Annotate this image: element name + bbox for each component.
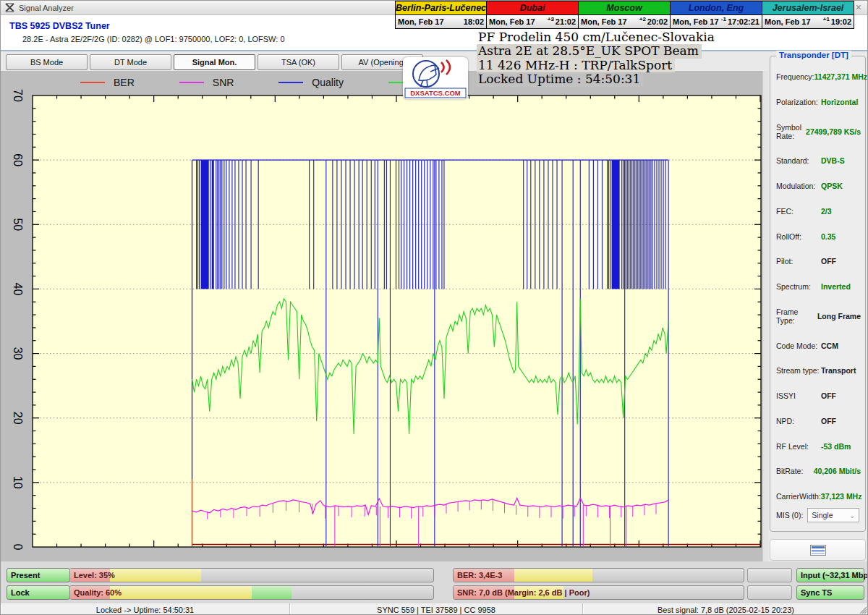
dxsatcs-logo: DXSATCS.COM (403, 57, 468, 99)
transponder-row-label: NPD: (776, 417, 821, 425)
transponder-row-value: Long Frame (817, 312, 861, 321)
quality-progress-label: Quality: 60% (74, 586, 122, 599)
level-progressbar: Level: 35% (69, 568, 434, 582)
transponder-row-label: RF Level: (776, 442, 821, 451)
clock-time: 18:02 (464, 17, 484, 26)
transponder-row: Code Mode:CCM (776, 342, 861, 350)
transponder-row-label: BitRate: (776, 467, 814, 475)
bs-mode-button[interactable]: BS Mode (6, 54, 88, 70)
snr-progressbar: SNR: 7,0 dB (Margin: 2,6 dB | Poor) (453, 585, 744, 600)
close-icon[interactable]: × (856, 1, 861, 13)
window-resize-grip-icon[interactable] (859, 606, 867, 614)
transponder-row-label: Standard: (776, 156, 821, 165)
transponder-row-label: RollOff: (776, 232, 821, 241)
legend-item-quality: Quality (278, 77, 344, 88)
svg-text:50: 50 (12, 218, 24, 231)
signal-mon-button[interactable]: Signal Mon. (174, 54, 255, 70)
legend-item-snr: SNR (179, 77, 234, 88)
transponder-row: Symbol Rate:27499,789 KS/s (776, 123, 861, 140)
clock-jerusalem: Jerusalem-Israel Mon, Feb 17+119:02 (762, 1, 854, 29)
signal-status-area: Present Level: 35% BER: 3,4E-3 Input (~3… (1, 561, 868, 603)
snr-line-sample (179, 82, 204, 83)
plot-area: 010203040506070 (1, 71, 762, 564)
mis-row: MIS (0): Single ⌄ (776, 508, 861, 522)
transponder-row: Pilot:OFF (776, 257, 861, 266)
chart-legend: BER SNR Quality Level (80, 77, 446, 88)
transponder-row: ISSYIOFF (776, 391, 861, 400)
transponder-row-value: OFF (821, 417, 836, 425)
transponder-row-value: 27499,789 KS/s (806, 127, 861, 136)
svg-text:0: 0 (12, 544, 24, 551)
clock-city-label: Jerusalem-Israel (762, 1, 854, 15)
transponder-panel-title: Transponder [DT] (776, 51, 851, 59)
clock-berlin: Berlin-Paris-Lučenec Mon, Feb 1718:02 (395, 1, 487, 29)
clock-london: London, Eng Mon, Feb 17-117:02:21 (671, 1, 762, 29)
snr-progress-label: SNR: 7,0 dB (Margin: 2,6 dB | Poor) (457, 586, 590, 599)
transponder-row-label: Frequency: (776, 72, 814, 81)
clock-city-label: Moscow (579, 1, 670, 15)
clock-date: Mon, Feb 17 (765, 17, 811, 26)
spacer-bar (747, 568, 792, 582)
transponder-row: Standard:DVB-S (776, 156, 861, 165)
clock-city-label: Berlin-Paris-Lučenec (396, 1, 486, 15)
transponder-row: RollOff:0.35 (776, 232, 861, 241)
transponder-row-value: 0.35 (821, 232, 835, 241)
clock-date: Mon, Feb 17 (673, 17, 719, 26)
transponder-row-value: Inverted (821, 282, 851, 291)
clock-moscow: Moscow Mon, Feb 17+220:02 (579, 1, 671, 29)
status-bar: Locked -> Uptime: 54:50:31 SYNC 559 | TE… (1, 603, 868, 615)
ts-list-button[interactable] (770, 539, 866, 561)
quality-progressbar: Quality: 60% (69, 585, 434, 600)
dt-mode-button[interactable]: DT Mode (90, 54, 171, 70)
tuner-subtitle: 28.2E - Astra 2E/2F/2G (ID: 0282) @ LOF1… (22, 35, 285, 43)
transponder-row-value: 2/3 (821, 207, 832, 216)
mis-dropdown[interactable]: Single ⌄ (807, 508, 859, 522)
chevron-down-icon: ⌄ (849, 512, 855, 519)
lock-indicator: Lock (7, 585, 70, 600)
quality-line-sample (278, 82, 303, 83)
svg-text:20: 20 (12, 412, 24, 425)
clock-date: Mon, Feb 17 (398, 17, 444, 26)
transponder-row: Polarization:Horizontal (776, 98, 861, 106)
statusbar-uptime: Locked -> Uptime: 54:50:31 (1, 603, 290, 615)
mode-toolbar: BS Mode DT Mode Signal Mon. TSA (OK) AV … (6, 54, 423, 70)
clock-city-label: Dubai (487, 1, 578, 15)
transponder-row-value: Transport (821, 366, 856, 375)
transponder-row-label: FEC: (776, 207, 821, 216)
clock-time: 17:02:21 (728, 17, 760, 26)
signal-analyzer-window: Signal Analyzer × Berlin-Paris-Lučenec M… (0, 0, 868, 615)
tsa-button[interactable]: TSA (OK) (258, 54, 339, 70)
ber-progress-label: BER: 3,4E-3 (457, 569, 502, 582)
list-icon (810, 545, 826, 556)
svg-text:70: 70 (12, 89, 24, 102)
clock-date: Mon, Feb 17 (489, 17, 535, 26)
legend-item-ber: BER (80, 77, 135, 88)
clock-utc-offset: +1 (811, 16, 831, 22)
window-title: Signal Analyzer (19, 4, 74, 12)
logo-text: DXSATCS.COM (410, 89, 461, 97)
transponder-row: FEC:2/3 (776, 207, 861, 216)
signal-chart: BER SNR Quality Level 010203040506070 (1, 71, 762, 561)
transponder-row-label: Stream type: (776, 366, 821, 375)
transponder-row: BitRate:40,206 Mbit/s (776, 467, 861, 475)
transponder-row: RF Level:-53 dBm (776, 442, 861, 451)
transponder-row-label: Symbol Rate: (776, 123, 806, 140)
mis-selected-value: Single (812, 511, 833, 519)
quality-fill-yellow (110, 586, 252, 599)
present-indicator: Present (7, 568, 70, 582)
level-progress-label: Level: 35% (74, 569, 115, 582)
clock-utc-offset: -1 (719, 16, 728, 22)
transponder-row-label: Polarization: (776, 98, 821, 106)
transponder-row: Frequency:11427,371 MHz (776, 72, 861, 81)
transponder-row-value: 37,123 MHz (821, 492, 862, 501)
transponder-row: NPD:OFF (776, 417, 861, 425)
level-fill-yellow (110, 569, 201, 582)
transponder-row-label: Modulation: (776, 182, 821, 190)
statusbar-sync-counters: SYNC 559 | TEI 37589 | CC 9958 (290, 603, 583, 615)
panel-splitter[interactable] (762, 71, 768, 561)
statusbar-best-signal: Best signal: 7,8 dB (2025-02-15 20:23) (583, 603, 868, 615)
transponder-row: Spectrum:Inverted (776, 282, 861, 291)
transponder-row-value: OFF (821, 391, 836, 400)
info-overlay: PF Prodelin 450 cm/Lučenec-Slovakia Astr… (477, 30, 718, 87)
spacer-bar (747, 585, 792, 600)
